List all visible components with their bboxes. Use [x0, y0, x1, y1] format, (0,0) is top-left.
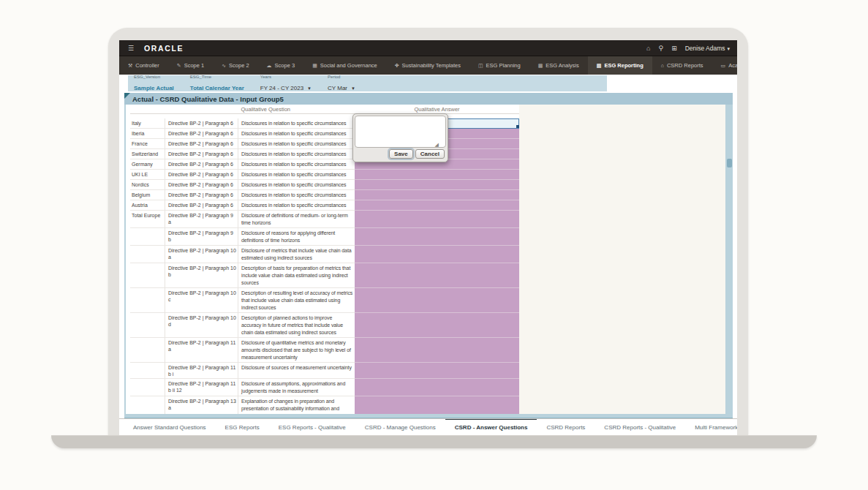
question-cell: Disclosures in relation to specific circ… — [238, 180, 355, 190]
table-row: NordicsDirective BP-2 | Paragraph 6Discl… — [130, 180, 519, 190]
pov-item-period[interactable]: PeriodCY Mar▼ — [328, 75, 355, 93]
tab-esg-reporting[interactable]: ▤ESG Reporting — [588, 56, 652, 75]
question-cell: Disclosures in relation to specific circ… — [238, 149, 355, 159]
user-name: Denise Adams — [685, 45, 725, 52]
directive-cell: Directive BP-2 | Paragraph 6 — [165, 129, 238, 139]
pov-item-years[interactable]: YearsFY 24 - CY 2023▼ — [260, 75, 312, 93]
pov-member-value[interactable]: Sample Actual — [134, 85, 174, 91]
answer-cell[interactable] — [355, 200, 519, 211]
bank-icon: ⌂ — [661, 63, 664, 68]
tab-esg-planning[interactable]: ◫ESG Planning — [469, 56, 529, 75]
resize-handle-icon[interactable]: ◢ — [435, 142, 439, 148]
answer-cell[interactable] — [355, 180, 519, 190]
tab-controller[interactable]: ⚒Controller — [119, 56, 168, 75]
grid-icon: ▩ — [538, 63, 543, 69]
answer-cell[interactable] — [355, 190, 519, 200]
answer-cell[interactable] — [355, 228, 519, 246]
pov-item-esg-version[interactable]: ESG_VersionSample Actual — [134, 75, 174, 93]
question-cell: Disclosures in relation to specific circ… — [238, 170, 355, 180]
answer-cell[interactable] — [355, 246, 519, 263]
sheet-tab-esg-reports-qualitative[interactable]: ESG Reports - Qualitative — [269, 418, 355, 435]
pov-member-value[interactable]: FY 24 - CY 2023▼ — [260, 85, 312, 91]
cloud-icon: ☁ — [267, 63, 272, 69]
form-title: Actual - CSRD Qualitative Data - Input G… — [132, 95, 284, 103]
entity-cell — [130, 263, 165, 288]
pov-member-text: CY Mar — [328, 85, 347, 91]
answer-cell[interactable] — [355, 338, 519, 363]
sheet-tab-label: CSRD - Manage Questions — [365, 424, 436, 431]
question-cell: Disclosures in relation to specific circ… — [238, 190, 355, 200]
sheet-tab-esg-reports[interactable]: ESG Reports — [216, 418, 269, 435]
fill-handle[interactable] — [516, 125, 519, 128]
question-cell: Disclosures in relation to specific circ… — [238, 200, 355, 211]
tab-label: CSRD Reports — [667, 62, 703, 69]
table-row: IberiaDirective BP-2 | Paragraph 6Disclo… — [130, 129, 519, 139]
pov-member-value[interactable]: CY Mar▼ — [328, 85, 355, 91]
directive-cell: Directive BP-2 | Paragraph 6 — [165, 180, 238, 190]
answer-cell[interactable] — [355, 363, 519, 379]
answer-cell[interactable] — [355, 263, 519, 288]
table-row: Directive BP-2 | Paragraph 11 b ii 12Dis… — [130, 379, 519, 396]
app-grid-icon[interactable]: ⊞ — [671, 45, 677, 52]
hamburger-icon[interactable]: ☰ — [128, 45, 134, 52]
directive-cell: Directive BP-2 | Paragraph 6 — [165, 159, 238, 170]
tab-scope-2[interactable]: ∿Scope 2 — [213, 56, 257, 75]
answer-cell[interactable] — [355, 379, 519, 396]
popup-cancel-button[interactable]: Cancel — [415, 149, 445, 159]
question-cell: Disclosures in relation to specific circ… — [238, 118, 355, 129]
popup-save-button[interactable]: Save — [389, 149, 413, 159]
sheet-tab-multi-framework-report[interactable]: Multi Framework Report — [685, 418, 737, 435]
pencil-icon: ✎ — [177, 63, 181, 69]
question-cell: Disclosures in relation to specific circ… — [238, 159, 355, 170]
sheet-tab-csrd-reports-qualitative[interactable]: CSRD Reports - Qualitative — [595, 418, 685, 435]
pov-dimension-label: Years — [260, 75, 312, 80]
question-cell: Disclosures in relation to specific circ… — [238, 129, 355, 139]
pov-bar: ESG_VersionSample ActualESG_TimeTotal Ca… — [128, 75, 607, 91]
cell-editor-popup: ◢ Save Cancel — [352, 113, 448, 162]
question-cell: Disclosures in relation to specific circ… — [238, 139, 355, 149]
directive-cell: Directive BP-2 | Paragraph 9 b — [165, 228, 238, 246]
leaf-icon: ✤ — [395, 63, 399, 69]
answer-cell[interactable] — [355, 211, 519, 228]
directive-cell: Directive BP-2 | Paragraph 6 — [165, 200, 238, 211]
sheet-tab-label: CSRD Reports — [546, 424, 585, 431]
directive-cell: Directive BP-2 | Paragraph 6 — [165, 190, 238, 200]
tab-esg-analysis[interactable]: ▩ESG Analysis — [529, 56, 588, 75]
top-bar: ☰ ORACLE ⌂ ⚲ ⊞ Denise Adams▾ — [119, 40, 737, 56]
sheet-tab-csrd-answer-questions[interactable]: CSRD - Answer Questions — [445, 418, 537, 435]
tab-scope-3[interactable]: ☁Scope 3 — [258, 56, 304, 75]
tab-sustainability-templates[interactable]: ✤Sustainability Templates — [386, 56, 469, 75]
tab-csrd-reports[interactable]: ⌂CSRD Reports — [652, 56, 712, 75]
vertical-scrollbar[interactable] — [727, 159, 732, 167]
microphone-icon[interactable]: ⚲ — [659, 45, 664, 52]
sheet-tab-csrd-reports[interactable]: CSRD Reports — [537, 418, 595, 435]
sheet-tab-label: CSRD - Answer Questions — [455, 424, 528, 431]
home-icon[interactable]: ⌂ — [646, 45, 650, 52]
user-menu[interactable]: Denise Adams▾ — [685, 45, 730, 52]
directive-cell: Directive BP-2 | Paragraph 10 b — [165, 263, 238, 288]
sheet-tab-answer-standard-questions[interactable]: Answer Standard Questions — [124, 418, 216, 435]
question-cell: Explanation of changes in preparation an… — [238, 396, 355, 414]
answer-cell[interactable] — [355, 170, 519, 180]
pov-dimension-label: ESG_Version — [134, 75, 174, 80]
caret-down-icon: ▼ — [351, 86, 355, 91]
directive-cell: Directive BP-2 | Paragraph 9 a — [165, 211, 238, 228]
tab-scope-1[interactable]: ✎Scope 1 — [168, 56, 213, 75]
directive-cell: Directive BP-2 | Paragraph 11 b i — [165, 363, 238, 379]
tab-social-and-governance[interactable]: ▦Social and Governance — [303, 56, 386, 75]
directive-cell: Directive BP-2 | Paragraph 6 — [165, 118, 238, 129]
pov-dimension-label: Period — [328, 75, 355, 80]
pov-item-esg-time[interactable]: ESG_TimeTotal Calendar Year — [190, 75, 244, 93]
nav-tab-bar: ⚒Controller✎Scope 1∿Scope 2☁Scope 3▦Soci… — [119, 56, 737, 75]
tab-academy[interactable]: ▭Academy — [712, 56, 737, 75]
answer-cell[interactable] — [355, 313, 519, 338]
table-row: Directive BP-2 | Paragraph 9 bDisclosure… — [130, 228, 519, 246]
answer-cell[interactable] — [355, 288, 519, 313]
caret-down-icon: ▾ — [727, 46, 730, 51]
cell-editor-textarea[interactable] — [355, 116, 446, 148]
sheet-tab-csrd-manage-questions[interactable]: CSRD - Manage Questions — [355, 418, 445, 435]
question-cell: Disclosure of sources of measurement unc… — [238, 363, 355, 379]
pov-member-value[interactable]: Total Calendar Year — [190, 85, 244, 91]
corner-fold-icon — [124, 93, 130, 99]
answer-cell[interactable] — [355, 396, 519, 414]
